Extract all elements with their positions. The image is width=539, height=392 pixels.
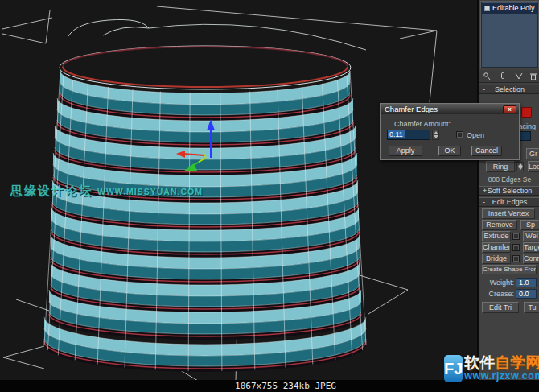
modifier-stack-toolbar xyxy=(479,70,539,83)
editable-poly-icon xyxy=(484,6,490,11)
modifier-stack-item-label: Editable Poly xyxy=(492,4,535,12)
watermark-left-site: 思缘设计论坛 xyxy=(10,184,93,197)
rollout-edit-edges-label: Edit Edges xyxy=(492,198,528,206)
open-label: Open xyxy=(467,131,484,139)
crease-field[interactable]: 0.0 xyxy=(516,289,537,299)
dialog-title: Chamfer Edges xyxy=(385,105,438,113)
extrude-settings-button[interactable] xyxy=(512,233,520,240)
watermark-left-url: WWW.MISSYUAN.COM xyxy=(97,187,203,196)
image-info-text: 1067x755 234kb JPEG xyxy=(235,381,336,391)
rollout-soft-selection-label: Soft Selection xyxy=(488,187,533,195)
modifier-stack-selected-row[interactable]: Editable Poly xyxy=(482,3,537,14)
chamfer-amount-label: Chamfer Amount: xyxy=(394,120,451,128)
remove-modifier-icon[interactable] xyxy=(529,72,538,81)
connect-button[interactable]: Conn xyxy=(523,254,539,264)
cylinder-mesh xyxy=(44,71,366,372)
watermark-right: FJ 软件自学网 www.rjzxw.com xyxy=(444,355,539,382)
weight-label: Weight: xyxy=(483,279,514,287)
create-shape-button[interactable]: Create Shape From Sel xyxy=(482,265,537,274)
watermark-right-url: www.rjzxw.com xyxy=(464,371,539,382)
chamfer-amount-value: 0.11 xyxy=(388,130,405,138)
selection-status-text: 800 Edges Se xyxy=(479,175,539,184)
close-icon[interactable]: x xyxy=(503,105,516,113)
open-checkbox[interactable] xyxy=(456,131,463,138)
polygon-subobject-icon[interactable] xyxy=(521,107,532,118)
rjzxw-logo: FJ xyxy=(444,355,463,382)
extrude-button[interactable]: Extrude xyxy=(482,231,511,241)
remove-button[interactable]: Remove xyxy=(482,220,517,230)
grow-button[interactable]: Gr xyxy=(526,148,539,159)
rollout-selection-toggle[interactable]: - xyxy=(483,85,485,94)
ring-button[interactable]: Ring xyxy=(486,161,515,172)
ring-spinner[interactable] xyxy=(516,162,524,171)
rollout-soft-selection[interactable]: + Soft Selection xyxy=(479,186,539,196)
crease-label: Crease: xyxy=(483,290,514,298)
make-unique-icon[interactable] xyxy=(514,72,524,81)
turn-button[interactable]: Tu xyxy=(524,302,539,313)
cancel-button[interactable]: Cancel xyxy=(471,146,502,156)
chamfer-settings-button[interactable] xyxy=(512,244,520,251)
split-button[interactable]: Sp xyxy=(520,220,539,230)
chamfer-edges-dialog: Chamfer Edges x Chamfer Amount: 0.11 Ope… xyxy=(380,103,520,160)
screenshot-root: 思缘设计论坛WWW.MISSYUAN.COM 1067x755 234kb JP… xyxy=(0,0,539,392)
edit-tri-button[interactable]: Edit Tri xyxy=(482,302,519,313)
rollout-edit-edges-toggle[interactable]: - xyxy=(483,198,485,207)
insert-vertex-button[interactable]: Insert Vertex xyxy=(482,208,535,219)
target-weld-button[interactable]: Targe xyxy=(523,242,539,253)
apply-button[interactable]: Apply xyxy=(389,146,422,156)
dialog-title-bar[interactable]: Chamfer Edges xyxy=(381,104,519,114)
rollout-selection[interactable]: - Selection xyxy=(479,85,539,94)
rollout-edit-edges[interactable]: - Edit Edges xyxy=(479,197,539,207)
viewport[interactable]: 思缘设计论坛WWW.MISSYUAN.COM xyxy=(0,0,477,380)
modifier-stack-list[interactable]: Editable Poly xyxy=(481,2,538,68)
watermark-left: 思缘设计论坛WWW.MISSYUAN.COM xyxy=(10,184,203,199)
rollout-selection-label: Selection xyxy=(495,85,525,93)
chamfer-amount-spinner[interactable] xyxy=(432,130,439,140)
ok-button[interactable]: OK xyxy=(438,146,461,156)
loop-button[interactable]: Loo xyxy=(528,161,539,172)
bridge-button[interactable]: Bridge xyxy=(482,254,511,264)
chamfer-amount-field[interactable]: 0.11 xyxy=(387,130,430,140)
pin-stack-icon[interactable] xyxy=(482,72,492,81)
show-end-result-icon[interactable] xyxy=(498,72,508,81)
weld-button[interactable]: Wel xyxy=(523,231,539,241)
rollout-soft-selection-toggle[interactable]: + xyxy=(483,187,487,196)
chamfer-button[interactable]: Chamfer xyxy=(482,242,511,253)
weight-field[interactable]: 1.0 xyxy=(516,278,537,287)
bridge-settings-button[interactable] xyxy=(512,255,520,262)
command-panel: Editable Poly - Selection kfacing 45.0 G… xyxy=(477,0,539,380)
watermark-right-name: 软件自学网 xyxy=(464,355,539,370)
